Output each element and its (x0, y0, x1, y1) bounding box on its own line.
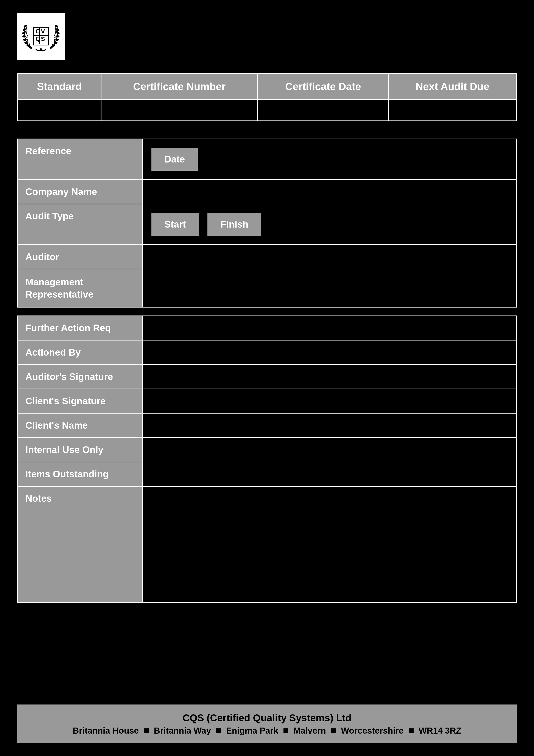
auditor-row: Auditor (18, 245, 517, 269)
svg-point-9 (56, 28, 60, 31)
footer-separator-0 (144, 728, 149, 733)
footer-separator-4 (409, 728, 414, 733)
audit-type-label: Audit Type (18, 204, 142, 245)
mgmt-rep-label: Management Representative (18, 269, 142, 307)
company-name-value[interactable] (142, 180, 517, 204)
page: C V Q S Standard Certificate Number Cert… (0, 0, 534, 756)
items-outstanding-label: Items Outstanding (18, 462, 142, 486)
further-action-value[interactable] (142, 316, 517, 340)
svg-point-10 (56, 32, 60, 35)
mgmt-rep-value[interactable] (142, 269, 517, 307)
actioned-by-label: Actioned By (18, 340, 142, 364)
col-cert-date: Certificate Date (258, 74, 389, 99)
svg-point-2 (22, 32, 26, 35)
svg-point-16 (39, 48, 42, 51)
reference-value[interactable]: Date (142, 139, 517, 180)
audit-type-row: Audit Type Start Finish (18, 204, 517, 245)
internal-use-row: Internal Use Only (18, 438, 517, 462)
spacer-row (18, 307, 517, 316)
auditor-sig-value[interactable] (142, 364, 517, 389)
company-name-label: Company Name (18, 180, 142, 204)
svg-text:V: V (41, 28, 45, 35)
svg-point-3 (22, 35, 26, 38)
client-name-row: Client's Name (18, 413, 517, 438)
internal-use-label: Internal Use Only (18, 438, 142, 462)
footer-separator-3 (331, 728, 336, 733)
items-outstanding-row: Items Outstanding (18, 462, 517, 486)
col-cert-number: Certificate Number (101, 74, 258, 99)
col-next-audit: Next Audit Due (389, 74, 516, 99)
auditor-value[interactable] (142, 245, 517, 269)
auditor-sig-label: Auditor's Signature (18, 364, 142, 389)
notes-label: Notes (18, 486, 142, 603)
logo-area: C V Q S (17, 13, 517, 60)
further-action-label: Further Action Req (18, 316, 142, 340)
footer-separator-1 (216, 728, 221, 733)
cqs-logo: C V Q S (20, 16, 62, 57)
client-name-value[interactable] (142, 413, 517, 438)
auditor-label: Auditor (18, 245, 142, 269)
actioned-by-value[interactable] (142, 340, 517, 364)
client-sig-row: Client's Signature (18, 389, 517, 413)
start-box: Start (151, 213, 199, 236)
svg-point-1 (22, 28, 26, 31)
reference-date-area: Date (149, 144, 510, 175)
footer-part-3: Malvern (293, 726, 326, 736)
footer-company-name: CQS (Certified Quality Systems) Ltd (26, 712, 508, 724)
client-sig-label: Client's Signature (18, 389, 142, 413)
items-outstanding-value[interactable] (142, 462, 517, 486)
notes-value[interactable] (142, 486, 517, 603)
logo-box: C V Q S (17, 13, 64, 60)
form-table: Reference Date Company Name Audit Type S… (17, 139, 517, 603)
svg-text:S: S (41, 36, 45, 42)
actioned-by-row: Actioned By (18, 340, 517, 364)
reference-label: Reference (18, 139, 142, 180)
svg-point-11 (56, 35, 60, 38)
svg-text:Q: Q (36, 35, 40, 42)
footer-address: Britannia House Britannia Way Enigma Par… (26, 726, 508, 736)
auditor-sig-row: Auditor's Signature (18, 364, 517, 389)
finish-box: Finish (207, 213, 261, 236)
mgmt-rep-row: Management Representative (18, 269, 517, 307)
audit-type-value[interactable]: Start Finish (142, 204, 517, 245)
client-name-label: Client's Name (18, 413, 142, 438)
reference-row: Reference Date (18, 139, 517, 180)
client-sig-value[interactable] (142, 389, 517, 413)
footer: CQS (Certified Quality Systems) Ltd Brit… (17, 705, 517, 743)
form-area: Reference Date Company Name Audit Type S… (17, 139, 517, 654)
further-action-row: Further Action Req (18, 316, 517, 340)
col-standard: Standard (18, 74, 101, 99)
notes-row: Notes (18, 486, 517, 603)
footer-part-2: Enigma Park (226, 726, 278, 736)
footer-separator-2 (284, 728, 288, 733)
top-table: Standard Certificate Number Certificate … (17, 73, 517, 121)
footer-part-0: Britannia House (73, 726, 139, 736)
footer-part-1: Britannia Way (154, 726, 211, 736)
audit-type-boxes: Start Finish (149, 209, 510, 240)
date-box: Date (151, 148, 198, 171)
internal-use-value[interactable] (142, 438, 517, 462)
footer-part-5: WR14 3RZ (419, 726, 461, 736)
footer-part-4: Worcestershire (341, 726, 404, 736)
company-name-row: Company Name (18, 180, 517, 204)
